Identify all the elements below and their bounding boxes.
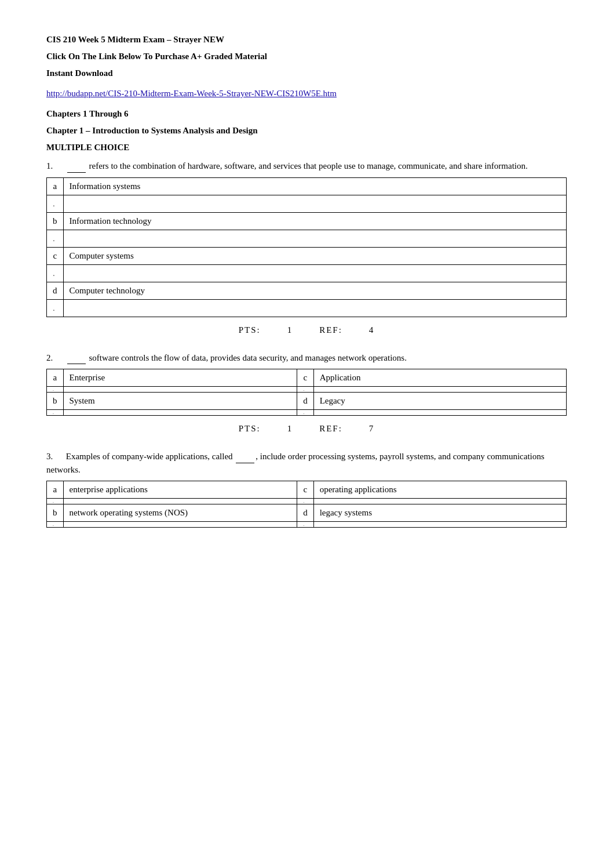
link-block: http://budapp.net/CIS-210-Midterm-Exam-W… [46,89,567,99]
option-a-text: enterprise applications [63,481,297,499]
pts-label-2: PTS: 1 REF: 7 [239,424,375,434]
dot-cell [63,410,297,416]
option-b-text: Information technology [63,212,567,230]
question-2-blank [67,364,86,364]
question-2-table: a Enterprise c Application . . b System … [46,369,567,416]
option-a-text: Information systems [63,177,567,195]
question-1: 1. refers to the combination of hardware… [46,159,567,335]
option-d-letter: d [47,282,64,299]
dot-cell: . [47,230,64,247]
dot-cell [63,230,567,247]
option-c-letter: c [297,481,314,499]
dot-cell: . [47,264,64,282]
dot-cell: . [47,410,64,416]
question-1-table: a Information systems . b Information te… [46,177,567,317]
exam-link[interactable]: http://budapp.net/CIS-210-Midterm-Exam-W… [46,89,337,98]
dot-cell [63,522,297,528]
question-1-number: 1. [46,159,64,173]
option-a-letter: a [47,369,64,387]
table-row: a Information systems [47,177,567,195]
dot-cell [63,387,297,393]
dot-cell: . [47,195,64,212]
table-row: . . [47,387,567,393]
option-d-text: Legacy [313,393,566,410]
option-d-letter: d [297,393,314,410]
question-3-table: a enterprise applications c operating ap… [46,481,567,528]
dot-cell [63,499,297,504]
table-row: . . [47,410,567,416]
document-header: CIS 210 Week 5 Midterm Exam – Strayer NE… [46,35,567,152]
option-b-letter: b [47,212,64,230]
table-row: b System d Legacy [47,393,567,410]
dot-cell [313,522,566,528]
table-row: . . [47,522,567,528]
option-c-letter: c [297,369,314,387]
table-row: c Computer systems [47,247,567,264]
table-row: . [47,195,567,212]
dot-cell: . [297,522,314,528]
table-row: d Computer technology [47,282,567,299]
question-2-number: 2. [46,351,64,365]
table-row: b network operating systems (NOS) d lega… [47,504,567,522]
dot-cell: . [47,499,64,504]
question-3-blank [236,463,254,463]
table-row: a enterprise applications c operating ap… [47,481,567,499]
dot-cell [313,387,566,393]
option-b-letter: b [47,393,64,410]
question-1-blank [67,172,86,173]
option-c-text: Computer systems [63,247,567,264]
question-1-pts: PTS: 1 REF: 4 [46,325,567,335]
purchase-line1: Click On The Link Below To Purchase A+ G… [46,52,567,61]
dot-cell [63,264,567,282]
table-row: . [47,264,567,282]
purchase-line2: Instant Download [46,68,567,78]
question-3: 3. Examples of company-wide applications… [46,450,567,528]
option-a-letter: a [47,177,64,195]
dot-cell: . [297,499,314,504]
dot-cell [313,410,566,416]
dot-cell: . [47,522,64,528]
option-c-text: Application [313,369,566,387]
dot-cell: . [297,387,314,393]
table-row: . [47,230,567,247]
option-d-text: legacy systems [313,504,566,522]
table-row: . [47,299,567,317]
pts-label: PTS: 1 REF: 4 [239,325,375,335]
option-d-letter: d [297,504,314,522]
question-2: 2. software controls the flow of data, p… [46,351,567,434]
chapters-heading: Chapters 1 Through 6 [46,109,567,119]
dot-cell: . [47,387,64,393]
dot-cell [313,499,566,504]
dot-cell: . [297,410,314,416]
multiple-choice-heading: MULTIPLE CHOICE [46,143,567,152]
dot-cell [63,299,567,317]
dot-cell: . [47,299,64,317]
question-2-text: 2. software controls the flow of data, p… [46,351,567,365]
question-2-pts: PTS: 1 REF: 7 [46,424,567,434]
exam-title: CIS 210 Week 5 Midterm Exam – Strayer NE… [46,35,567,45]
option-d-text: Computer technology [63,282,567,299]
table-row: b Information technology [47,212,567,230]
option-a-text: Enterprise [63,369,297,387]
question-3-text: 3. Examples of company-wide applications… [46,450,567,476]
dot-cell [63,195,567,212]
option-c-letter: c [47,247,64,264]
option-b-text: System [63,393,297,410]
table-row: . . [47,499,567,504]
chapter1-heading: Chapter 1 – Introduction to Systems Anal… [46,126,567,136]
option-c-text: operating applications [313,481,566,499]
question-1-text: 1. refers to the combination of hardware… [46,159,567,173]
table-row: a Enterprise c Application [47,369,567,387]
question-3-number: 3. [46,450,64,463]
option-b-text: network operating systems (NOS) [63,504,297,522]
option-a-letter: a [47,481,64,499]
option-b-letter: b [47,504,64,522]
